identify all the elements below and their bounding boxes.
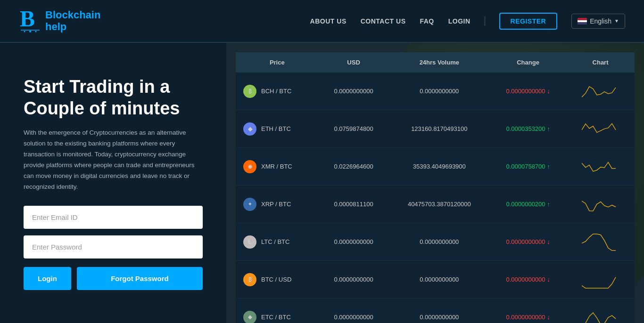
table-row: ₿ BTC / USD 0.0000000000 0.0000000000 0.… bbox=[236, 261, 635, 299]
mini-chart-svg bbox=[582, 267, 619, 291]
pair-label: BTC / USD bbox=[261, 276, 291, 283]
th-change: Change bbox=[490, 52, 566, 73]
nav-faq[interactable]: FAQ bbox=[420, 17, 434, 25]
main-content: Start Trading in a Couple of minutes Wit… bbox=[0, 43, 644, 323]
pair-label: XMR / BTC bbox=[261, 163, 292, 170]
chart-cell bbox=[566, 110, 635, 148]
mini-chart-svg bbox=[582, 305, 619, 323]
pair-label: ETH / BTC bbox=[261, 125, 291, 132]
price-cell: 0.0000000000 bbox=[319, 261, 389, 299]
svg-point-4 bbox=[35, 31, 37, 32]
password-input[interactable] bbox=[24, 235, 203, 258]
login-button[interactable]: Login bbox=[24, 267, 71, 290]
mini-chart-svg bbox=[582, 79, 619, 102]
hero-title: Start Trading in a Couple of minutes bbox=[24, 76, 203, 119]
change-cell: 0.0000758700 ↑ bbox=[490, 148, 566, 186]
pair-cell: Ł LTC / BTC bbox=[236, 223, 319, 261]
nav-login[interactable]: LOGIN bbox=[448, 17, 471, 25]
change-cell: 0.0000000000 ↓ bbox=[490, 299, 566, 323]
change-cell: 0.0000000000 ↓ bbox=[490, 223, 566, 261]
chevron-down-icon: ▼ bbox=[614, 18, 619, 24]
coin-icon: ₿ bbox=[243, 273, 256, 286]
chart-cell bbox=[566, 186, 635, 223]
logo-icon: B bbox=[19, 7, 41, 36]
chart-cell bbox=[566, 261, 635, 299]
language-label: English bbox=[590, 17, 611, 25]
svg-text:B: B bbox=[20, 7, 35, 31]
table-header: Price USD 24hrs Volume Change Chart bbox=[236, 52, 635, 73]
crypto-table: Price USD 24hrs Volume Change Chart ₿ BC… bbox=[236, 52, 635, 323]
volume-cell: 0.0000000000 bbox=[389, 73, 490, 110]
change-cell: 0.0000000000 ↓ bbox=[490, 261, 566, 299]
table-row: ₿ BCH / BTC 0.0000000000 0.0000000000 0.… bbox=[236, 73, 635, 110]
volume-cell: 0.0000000000 bbox=[389, 223, 490, 261]
header: B Blockchain help ABOUT US CONTACT US FA… bbox=[0, 0, 644, 42]
price-cell: 0.0000811100 bbox=[319, 186, 389, 223]
table-body: ₿ BCH / BTC 0.0000000000 0.0000000000 0.… bbox=[236, 73, 635, 323]
brand-top: Blockchain bbox=[45, 9, 100, 21]
flag-icon bbox=[578, 18, 587, 24]
price-cell: 0.0759874800 bbox=[319, 110, 389, 148]
change-cell: 0.0000000200 ↑ bbox=[490, 186, 566, 223]
main-nav: ABOUT US CONTACT US FAQ LOGIN REGISTER E… bbox=[310, 13, 625, 30]
table-row: Ł LTC / BTC 0.0000000000 0.0000000000 0.… bbox=[236, 223, 635, 261]
volume-cell: 123160.8170493100 bbox=[389, 110, 490, 148]
th-volume: 24hrs Volume bbox=[389, 52, 490, 73]
email-input[interactable] bbox=[24, 206, 203, 229]
button-row: Login Forgot Password bbox=[24, 267, 203, 290]
pair-label: LTC / BTC bbox=[261, 238, 289, 245]
coin-icon: ◆ bbox=[243, 311, 256, 323]
logo: B Blockchain help bbox=[19, 7, 100, 36]
coin-icon: ◉ bbox=[243, 160, 256, 173]
mini-chart-svg bbox=[582, 229, 619, 253]
coin-icon: Ł bbox=[243, 235, 256, 249]
svg-point-2 bbox=[29, 31, 31, 32]
coin-icon: ₿ bbox=[243, 85, 256, 98]
pair-label: ETC / BTC bbox=[261, 314, 291, 321]
change-cell: 0.0000000000 ↓ bbox=[490, 73, 566, 110]
pair-label: BCH / BTC bbox=[261, 88, 291, 95]
forgot-password-button[interactable]: Forgot Password bbox=[77, 267, 203, 290]
hero-description: With the emergence of Cryptocurrencies a… bbox=[24, 128, 203, 193]
price-cell: 0.0000000000 bbox=[319, 223, 389, 261]
chart-cell bbox=[566, 299, 635, 323]
nav-contact[interactable]: CONTACT US bbox=[361, 17, 406, 25]
brand-bottom: help bbox=[45, 21, 100, 32]
mini-chart-svg bbox=[582, 116, 619, 140]
logo-text: Blockchain help bbox=[45, 9, 100, 32]
register-button[interactable]: REGISTER bbox=[499, 13, 558, 30]
coin-icon: ◆ bbox=[243, 122, 256, 136]
coin-icon: ✦ bbox=[243, 198, 256, 211]
pair-label: XRP / BTC bbox=[261, 201, 291, 208]
crypto-table-container: Price USD 24hrs Volume Change Chart ₿ BC… bbox=[226, 43, 644, 323]
volume-cell: 40475703.3870120000 bbox=[389, 186, 490, 223]
th-chart: Chart bbox=[566, 52, 635, 73]
table-row: ◆ ETC / BTC 0.0000000000 0.0000000000 0.… bbox=[236, 299, 635, 323]
table-row: ✦ XRP / BTC 0.0000811100 40475703.387012… bbox=[236, 186, 635, 223]
nav-about[interactable]: ABOUT US bbox=[310, 17, 347, 25]
volume-cell: 0.0000000000 bbox=[389, 261, 490, 299]
pair-cell: ₿ BCH / BTC bbox=[236, 73, 319, 110]
chart-cell bbox=[566, 73, 635, 110]
pair-cell: ◉ XMR / BTC bbox=[236, 148, 319, 186]
svg-point-3 bbox=[24, 31, 25, 32]
volume-cell: 0.0000000000 bbox=[389, 299, 490, 323]
change-cell: 0.0000353200 ↑ bbox=[490, 110, 566, 148]
table-row: ◉ XMR / BTC 0.0226964600 35393.404969390… bbox=[236, 148, 635, 186]
left-panel: Start Trading in a Couple of minutes Wit… bbox=[0, 43, 226, 323]
pair-cell: ◆ ETH / BTC bbox=[236, 110, 319, 148]
price-cell: 0.0226964600 bbox=[319, 148, 389, 186]
chart-cell bbox=[566, 223, 635, 261]
th-price: Price bbox=[236, 52, 319, 73]
right-panel: Price USD 24hrs Volume Change Chart ₿ BC… bbox=[226, 43, 644, 323]
mini-chart-svg bbox=[582, 154, 619, 178]
th-usd: USD bbox=[319, 52, 389, 73]
pair-cell: ✦ XRP / BTC bbox=[236, 186, 319, 223]
table-row: ◆ ETH / BTC 0.0759874800 123160.81704931… bbox=[236, 110, 635, 148]
language-selector[interactable]: English ▼ bbox=[571, 14, 625, 29]
pair-cell: ◆ ETC / BTC bbox=[236, 299, 319, 323]
nav-divider bbox=[485, 16, 485, 26]
volume-cell: 35393.4049693900 bbox=[389, 148, 490, 186]
price-cell: 0.0000000000 bbox=[319, 299, 389, 323]
chart-cell bbox=[566, 148, 635, 186]
